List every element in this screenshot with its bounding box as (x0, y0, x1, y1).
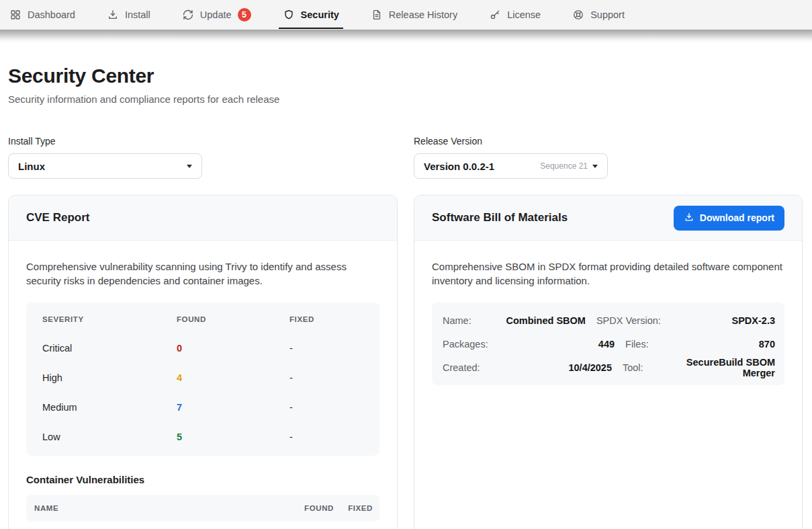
refresh-icon (182, 9, 194, 21)
document-icon (371, 9, 383, 21)
fixed-count: - (289, 343, 363, 354)
severity-table-header: SEVERITY FOUND FIXED (26, 305, 379, 333)
release-version-select[interactable]: Version 0.0.2-1 Sequence 21 (414, 153, 608, 179)
nav-tab-label: Support (590, 9, 625, 20)
top-nav: Dashboard Install Update 5 Security Rele… (0, 0, 812, 30)
found-count: 4 (177, 372, 289, 383)
table-row-high: High 4 - (26, 363, 379, 393)
update-count-badge: 5 (238, 8, 251, 22)
col-found: FOUND (177, 315, 289, 323)
release-version-value: Version 0.0.2-1 (424, 161, 540, 172)
release-version-label: Release Version (414, 136, 608, 147)
sbom-files-label: Files: (625, 339, 649, 350)
fixed-count: - (289, 372, 363, 383)
release-version-filter: Release Version Version 0.0.2-1 Sequence… (414, 136, 608, 179)
install-type-label: Install Type (8, 136, 202, 147)
download-report-label: Download report (700, 212, 774, 223)
download-report-button[interactable]: Download report (674, 206, 784, 231)
filters-row: Install Type Linux Release Version Versi… (8, 136, 803, 179)
header-shadow (0, 30, 812, 43)
sbom-created-label: Created: (443, 362, 480, 373)
severity-label: Medium (42, 402, 177, 413)
report-cards-row: CVE Report Comprehensive vulnerability s… (8, 195, 803, 529)
chevron-down-icon (592, 165, 598, 168)
nav-tab-label: Security (301, 9, 339, 20)
main-content: Security Center Security information and… (0, 65, 812, 529)
nav-tab-label: Dashboard (28, 9, 75, 20)
container-table-header: NAME FOUND FIXED (26, 495, 379, 522)
cve-card-header: CVE Report (9, 196, 397, 241)
found-count: 0 (177, 343, 289, 354)
severity-label: Low (42, 432, 177, 442)
sbom-spdx-version-value: SPDX-2.3 (672, 315, 775, 326)
nav-tab-dashboard[interactable]: Dashboard (9, 0, 75, 30)
sbom-spdx-version-label: SPDX Version: (596, 315, 661, 326)
install-type-value: Linux (18, 161, 187, 172)
lifebuoy-icon (572, 9, 584, 21)
nav-tab-support[interactable]: Support (572, 0, 625, 30)
page-subtitle: Security information and compliance repo… (8, 93, 803, 105)
sbom-details-table: Name: Combined SBOM SPDX Version: SPDX-2… (432, 302, 784, 385)
sbom-card-description: Comprehensive SBOM in SPDX format provid… (432, 259, 784, 288)
release-sequence-meta: Sequence 21 (540, 161, 588, 171)
cve-card-description: Comprehensive vulnerability scanning usi… (26, 259, 379, 288)
sbom-files-value: 870 (660, 339, 775, 350)
col-fixed: FIXED (289, 315, 363, 323)
dashboard-grid-icon (9, 9, 21, 21)
table-row: Created: 10/4/2025 Tool: SecureBuild SBO… (443, 356, 775, 379)
nav-tab-label: Install (125, 9, 150, 20)
table-row-medium: Medium 7 - (26, 393, 379, 422)
col-fixed: FIXED (334, 504, 373, 512)
nav-tab-label: Release History (389, 9, 457, 20)
severity-table: SEVERITY FOUND FIXED Critical 0 - High 4… (26, 302, 379, 456)
sbom-name-label: Name: (443, 315, 471, 326)
download-icon (684, 212, 694, 225)
table-row-low: Low 5 - (26, 422, 379, 452)
found-count: 7 (177, 402, 289, 413)
key-icon (489, 9, 501, 21)
download-icon (107, 9, 119, 21)
table-row: Packages: 449 Files: 870 (443, 332, 775, 356)
fixed-count: - (289, 432, 363, 442)
sbom-packages-value: 449 (499, 339, 615, 350)
cve-report-card: CVE Report Comprehensive vulnerability s… (8, 195, 398, 529)
severity-label: Critical (42, 343, 177, 354)
table-row-critical: Critical 0 - (26, 333, 379, 363)
sbom-tool-label: Tool: (623, 362, 643, 373)
sbom-card-header: Software Bill of Materials Download repo… (414, 196, 802, 241)
sbom-tool-value: SecureBuild SBOM Merger (654, 357, 775, 378)
severity-label: High (42, 372, 177, 383)
install-type-filter: Install Type Linux (8, 136, 202, 179)
col-severity: SEVERITY (42, 315, 177, 323)
nav-tab-release-history[interactable]: Release History (371, 0, 457, 30)
found-count: 5 (177, 432, 289, 442)
sbom-card: Software Bill of Materials Download repo… (414, 195, 803, 529)
nav-tab-update[interactable]: Update 5 (182, 0, 251, 30)
col-found: FOUND (289, 504, 334, 512)
table-row: Name: Combined SBOM SPDX Version: SPDX-2… (443, 309, 775, 332)
cve-card-title: CVE Report (26, 211, 89, 225)
sbom-packages-label: Packages: (443, 339, 488, 350)
sbom-created-value: 10/4/2025 (491, 362, 612, 373)
fixed-count: - (289, 402, 363, 413)
nav-tab-label: Update (200, 9, 232, 20)
sbom-name-value: Combined SBOM (482, 315, 586, 326)
shield-icon (283, 9, 295, 21)
nav-tab-security[interactable]: Security (283, 0, 339, 30)
col-name: NAME (34, 504, 289, 512)
nav-tab-license[interactable]: License (489, 0, 541, 30)
install-type-select[interactable]: Linux (8, 153, 202, 179)
nav-tab-install[interactable]: Install (107, 0, 150, 30)
page-title: Security Center (8, 65, 803, 87)
container-vulnerabilities-heading: Container Vulnerabilities (26, 474, 379, 485)
chevron-down-icon (187, 165, 192, 168)
sbom-card-title: Software Bill of Materials (432, 211, 568, 225)
nav-tab-label: License (507, 9, 541, 20)
